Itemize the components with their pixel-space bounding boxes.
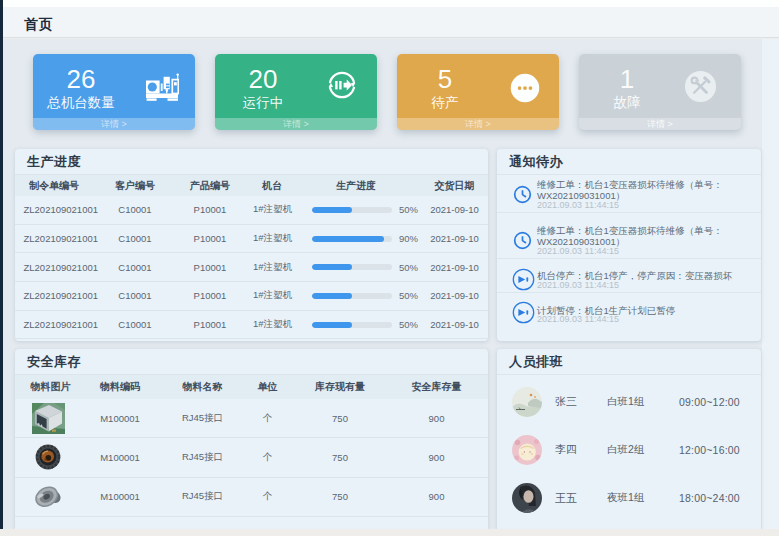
safety-qty-cell: 900 — [385, 452, 488, 463]
production-table-row[interactable]: ZL202109021001 C10001 P10001 1#注塑机 50% 2… — [15, 253, 488, 282]
stock-table-row[interactable]: M100001 RJ45接口 个 750 900 — [15, 478, 488, 517]
staff-name: 张三 — [555, 394, 607, 409]
production-table-row[interactable]: ZL202109021001 C10001 P10001 1#注塑机 90% 2… — [15, 225, 488, 254]
fault-value: 1 — [579, 65, 675, 94]
notice-item[interactable]: 维修工单：机台1变压器损坏待维修（单号：WX202109031001） 2021… — [497, 175, 761, 213]
progress-bar-fill — [312, 322, 352, 328]
progress-cell: 90% — [291, 233, 421, 244]
production-table-header: 制令单编号 客户编号 产品编号 机台 生产进度 交货日期 — [15, 175, 488, 196]
staff-time: 18:00~24:00 — [679, 492, 740, 504]
column-header: 物料编码 — [75, 380, 165, 394]
staff-time: 12:00~16:00 — [679, 444, 740, 456]
total-machines-detail-link[interactable]: 详情 > — [33, 118, 195, 130]
staff-schedule-panel: 人员排班 张三 白班1组 09:00~12:00 李四 白班2组 12:00~1… — [497, 349, 761, 529]
stat-card-running[interactable]: 20 运行中 详情 > — [215, 54, 377, 130]
customer-cell: C10001 — [103, 262, 167, 273]
item-unit-cell: 个 — [240, 412, 295, 425]
total-machines-label: 总机台数量 — [33, 95, 129, 111]
column-header: 单位 — [240, 380, 295, 394]
safety-qty-cell: 900 — [385, 491, 488, 502]
progress-percent: 50% — [399, 319, 418, 330]
column-header: 安全库存量 — [385, 380, 488, 394]
date-cell: 2021-09-10 — [421, 319, 488, 330]
tags-view-bar: 首页 — [3, 7, 779, 38]
item-code-cell: M100001 — [75, 413, 165, 424]
running-detail-link[interactable]: 详情 > — [215, 118, 377, 130]
production-table-row[interactable]: ZL202109021001 C10001 P10001 1#注塑机 50% 2… — [15, 311, 488, 340]
order-no-cell: ZL202109021001 — [15, 233, 103, 244]
running-value: 20 — [215, 65, 311, 94]
notice-text: 维修工单：机台1变压器损坏待维修（单号：WX202109031001） — [537, 225, 749, 247]
order-no-cell: ZL202109021001 — [15, 262, 103, 273]
progress-percent: 50% — [399, 204, 418, 215]
fault-label: 故障 — [579, 95, 675, 111]
notice-item[interactable]: 维修工单：机台1变压器损坏待维修（单号：WX202109031001） 2021… — [497, 213, 761, 259]
staff-shift: 白班1组 — [607, 395, 679, 409]
fault-detail-link[interactable]: 详情 > — [579, 118, 741, 130]
card-text-block: 1 故障 — [579, 54, 675, 111]
staff-time: 09:00~12:00 — [679, 396, 740, 408]
item-name-cell: RJ45接口 — [165, 412, 240, 425]
staff-name: 王五 — [555, 491, 607, 506]
progress-bar-fill — [312, 293, 352, 299]
notice-panel-title: 通知待办 — [497, 149, 761, 175]
staff-avatar — [512, 483, 542, 513]
progress-bar-track — [312, 236, 392, 242]
stat-card-fault[interactable]: 1 故障 详情 > — [579, 54, 741, 130]
notice-item[interactable]: 计划暂停：机台1生产计划已暂停 2021.09.03 11:44:15 — [497, 293, 761, 327]
dark-portrait-avatar — [512, 483, 542, 513]
staff-row[interactable]: 王五 夜班1组 18:00~24:00 — [497, 474, 761, 522]
progress-bar-fill — [312, 207, 352, 213]
column-header: 交货日期 — [421, 179, 488, 193]
progress-bar-track — [312, 322, 392, 328]
item-unit-cell: 个 — [240, 451, 295, 464]
waiting-detail-link[interactable]: 详情 > — [397, 118, 559, 130]
item-image-cell — [15, 442, 75, 473]
date-cell: 2021-09-10 — [421, 204, 488, 215]
progress-percent: 50% — [399, 262, 418, 273]
notice-timestamp: 2021.09.03 11:44:15 — [537, 201, 749, 211]
production-table-row[interactable]: ZL202109021001 C10001 P10001 1#注塑机 50% 2… — [15, 196, 488, 225]
notice-item[interactable]: 机台停产：机台1停产，停产原因：变压器损坏 2021.09.03 11:44:1… — [497, 259, 761, 293]
item-code-cell: M100001 — [75, 491, 165, 502]
item-image-cell — [15, 403, 75, 434]
staff-shift: 白班2组 — [607, 443, 679, 457]
machine-cell: 1#注塑机 — [253, 232, 291, 245]
stock-table-row[interactable]: M100001 RJ45接口 个 750 900 — [15, 438, 488, 477]
production-table-row[interactable]: ZL202109021001 C10001 P10001 1#注塑机 50% 2… — [15, 282, 488, 311]
column-header: 客户编号 — [103, 179, 167, 193]
clock-icon — [513, 231, 532, 250]
navbar-bottom — [3, 0, 779, 7]
machine-cell: 1#注塑机 — [253, 203, 291, 216]
machine-cell: 1#注塑机 — [253, 289, 291, 302]
tab-home[interactable]: 首页 — [24, 16, 53, 34]
customer-cell: C10001 — [103, 290, 167, 301]
clock-icon — [513, 185, 532, 204]
column-header: 产品编号 — [167, 179, 253, 193]
staff-panel-title: 人员排班 — [497, 349, 761, 375]
product-cell: P10001 — [167, 262, 253, 273]
staff-row[interactable]: 李四 白班2组 12:00~16:00 — [497, 426, 761, 474]
notice-timestamp: 2021.09.03 11:44:15 — [537, 281, 749, 291]
customer-cell: C10001 — [103, 204, 167, 215]
progress-cell: 50% — [291, 319, 421, 330]
product-cell: P10001 — [167, 204, 253, 215]
dashboard-content: 26 总机台数量 — [3, 39, 779, 529]
progress-cell: 50% — [291, 262, 421, 273]
item-code-cell: M100001 — [75, 452, 165, 463]
stat-card-waiting[interactable]: 5 待产 详情 > — [397, 54, 559, 130]
pink-blossom-avatar — [512, 435, 542, 465]
progress-bar-track — [312, 264, 392, 270]
order-no-cell: ZL202109021001 — [15, 319, 103, 330]
column-header: 物料图片 — [15, 380, 75, 394]
stock-panel-title: 安全库存 — [15, 349, 488, 375]
staff-row[interactable]: 张三 白班1组 09:00~12:00 — [497, 378, 761, 426]
progress-bar-track — [312, 293, 392, 299]
waiting-label: 待产 — [397, 95, 493, 111]
speaker-icon — [512, 301, 535, 324]
card-text-block: 5 待产 — [397, 54, 493, 111]
stock-table-row[interactable]: M100001 RJ45接口 个 750 900 — [15, 399, 488, 438]
order-no-cell: ZL202109021001 — [15, 290, 103, 301]
stat-card-total-machines[interactable]: 26 总机台数量 — [33, 54, 195, 130]
progress-percent: 50% — [399, 290, 418, 301]
